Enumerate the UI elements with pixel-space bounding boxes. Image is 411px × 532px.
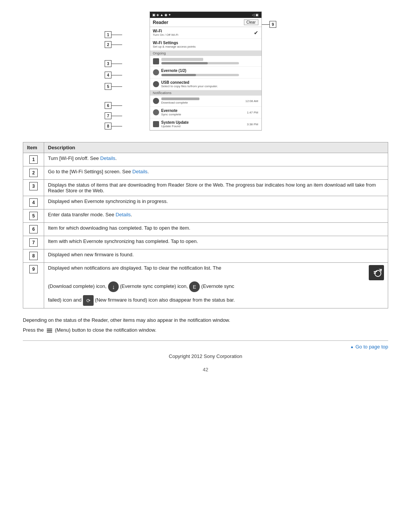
item-box-3: 3 — [29, 182, 38, 190]
callout-2-container: 2 — [105, 41, 122, 48]
table-cell-item-8: 8 — [23, 249, 44, 263]
device-row-evernote-sync: Evernote (1/2) — [150, 67, 261, 78]
callout-5-container: 5 — [105, 83, 122, 90]
table-row: 7 Item with which Evernote synchronizing… — [23, 236, 388, 249]
svg-rect-0 — [369, 265, 384, 280]
device-clear-button[interactable]: Clear — [244, 19, 258, 25]
page-number: 42 — [203, 367, 208, 372]
callout-9-line — [262, 24, 269, 25]
table-header-item: Item — [23, 142, 44, 153]
table-cell-desc-2: Go to the [Wi-Fi Settings] screen. See D… — [44, 166, 388, 180]
sysupdate-icon — [153, 121, 159, 127]
section-notifications: Notifications — [150, 90, 261, 96]
device-row-wifi-settings: Wi-Fi Settings Set up & manage access po… — [150, 39, 261, 51]
device-title-bar: Reader Clear — [150, 18, 261, 27]
evernote-complete-subtitle: Sync complete — [161, 113, 247, 116]
device-row-dl-complete: Download complete 12:08 AM — [150, 96, 261, 107]
item-box-1: 1 — [29, 155, 38, 164]
bottom-line-2-before: Press the — [23, 327, 44, 333]
item-box-6: 6 — [29, 225, 38, 233]
table-cell-item-7: 7 — [23, 236, 44, 249]
clear-notification-icon — [369, 265, 384, 280]
details-link-2[interactable]: Details — [132, 169, 148, 174]
bottom-line-2: Press the (Menu) button to close the not… — [23, 326, 388, 334]
go-to-top-link[interactable]: Go to page top — [350, 344, 388, 350]
table-cell-desc-1: Turn [Wi-Fi] on/off. See Details. — [44, 153, 388, 166]
sysupdate-title: System Update — [161, 120, 247, 125]
table-row: 9 Displayed when notifications are displ… — [23, 263, 388, 308]
table-cell-item-6: 6 — [23, 223, 44, 236]
wifi-subtitle: Turn On / Off Wi-Fi — [153, 33, 254, 37]
download-progress-bar — [161, 62, 239, 64]
info-table: Item Description 1 Turn [Wi-Fi] on/off. … — [23, 142, 388, 308]
table-row: 2 Go to the [Wi-Fi Settings] screen. See… — [23, 166, 388, 180]
download-icon — [153, 58, 159, 64]
evernote-sync-icon — [153, 69, 159, 75]
table-row: 5 Enter data transfer mode. See Details. — [23, 209, 388, 223]
item-box-5: 5 — [29, 212, 38, 220]
table-row: 6 Item for which downloading has complet… — [23, 223, 388, 236]
evernote-progress-fill — [161, 74, 196, 76]
callout-3-container: 3 — [105, 60, 122, 67]
callout-1-box: 1 — [105, 31, 112, 38]
wifi-title: Wi-Fi — [153, 29, 254, 33]
menu-line-2 — [47, 330, 52, 331]
usb-icon — [153, 81, 159, 87]
copyright-text: Copyright 2012 Sony Corporation — [169, 353, 242, 359]
dl-complete-icon — [153, 98, 159, 104]
callout-6-box: 6 — [105, 102, 112, 109]
dl-complete-time: 12:08 AM — [245, 99, 258, 103]
callout-8-box: 8 — [105, 123, 112, 129]
callout-6-container: 6 — [105, 102, 122, 109]
callout-1-container: 1 — [105, 31, 122, 38]
dl-complete-title-bar — [161, 97, 199, 100]
table-cell-desc-7: Item with which Evernote synchronizing h… — [44, 236, 388, 249]
evernote-sync-complete-icon: E — [189, 281, 200, 292]
svg-text:↓: ↓ — [112, 284, 115, 290]
device-area: ▣ ◈ ▲ ◉ ✦ ◁ ▣ Reader Clear Wi-Fi Turn On… — [23, 11, 388, 131]
svg-text:⟳: ⟳ — [86, 298, 90, 304]
details-link-1[interactable]: Details — [100, 155, 115, 161]
svg-text:E: E — [193, 284, 196, 290]
evernote-complete-icon — [153, 109, 159, 115]
table-row: 1 Turn [Wi-Fi] on/off. See Details. — [23, 153, 388, 166]
wifi-settings-title: Wi-Fi Settings — [153, 41, 258, 45]
item-box-8: 8 — [29, 252, 38, 260]
table-cell-item-2: 2 — [23, 166, 44, 180]
details-link-5[interactable]: Details — [116, 212, 131, 217]
table-cell-desc-8: Displayed when new firmware is found. — [44, 249, 388, 263]
evernote-progress-bar — [161, 74, 239, 76]
table-cell-item-4: 4 — [23, 196, 44, 209]
callout-9-box: 9 — [269, 21, 276, 28]
item-box-7: 7 — [29, 238, 38, 247]
menu-line-1 — [47, 329, 52, 329]
usb-title: USB connected — [161, 80, 258, 85]
wifi-settings-subtitle: Set up & manage access points — [153, 45, 258, 48]
device-row-evernote-complete: Evernote Sync complete 1:47 PM — [150, 107, 261, 118]
table-cell-item-1: 1 — [23, 153, 44, 166]
table-cell-desc-3: Displays the status of items that are do… — [44, 180, 388, 196]
callout-8-container: 8 — [105, 123, 122, 129]
callout-7-box: 7 — [105, 112, 112, 119]
evernote-complete-title: Evernote — [161, 109, 247, 113]
callout-7-container: 7 — [105, 112, 122, 119]
callout-3-box: 3 — [105, 60, 112, 67]
callout-5-line — [112, 86, 122, 87]
page-container: ▣ ◈ ▲ ◉ ✦ ◁ ▣ Reader Clear Wi-Fi Turn On… — [0, 0, 411, 532]
callout-4-box: 4 — [105, 72, 112, 78]
evernote-failed-icon: ⟳ — [83, 295, 94, 306]
evernote-complete-time: 1:47 PM — [247, 111, 258, 114]
device-row-usb: USB connected Select to copy files to/fr… — [150, 78, 261, 90]
table-cell-item-9: 9 — [23, 263, 44, 308]
table-row: 8 Displayed when new firmware is found. — [23, 249, 388, 263]
callout-5-box: 5 — [105, 83, 112, 90]
callout-9-container: 9 — [262, 21, 276, 28]
callout-2-line — [112, 45, 122, 45]
device-title: Reader — [153, 20, 169, 25]
callout-3-line — [112, 64, 122, 64]
item-box-9: 9 — [29, 265, 38, 273]
wifi-check: ✔ — [254, 30, 258, 36]
status-icons-left: ▣ ◈ ▲ ◉ ✦ — [152, 13, 172, 17]
status-icons-right: ◁ ▣ — [252, 13, 259, 17]
table-cell-desc-9: Displayed when notifications are display… — [44, 263, 388, 308]
